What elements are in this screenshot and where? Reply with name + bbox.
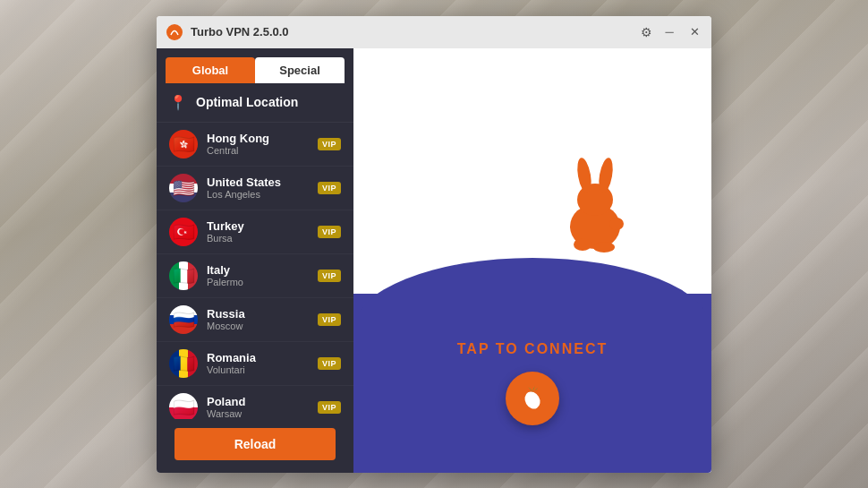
server-city: Central <box>207 145 318 156</box>
server-city: Bursa <box>207 233 318 244</box>
tap-to-connect-text: TAP TO CONNECT <box>457 341 608 357</box>
server-list-item[interactable]: 🇹🇷 Turkey Bursa VIP <box>157 210 353 254</box>
server-country: Italy <box>207 263 318 277</box>
svg-point-5 <box>609 218 624 230</box>
server-country: Poland <box>207 395 318 408</box>
tab-special[interactable]: Special <box>255 57 345 83</box>
vip-badge: VIP <box>318 182 341 194</box>
server-info: Poland Warsaw <box>207 395 318 419</box>
sidebar: Global Special 📍 Optimal Location 🇭🇰 Hon… <box>157 48 353 473</box>
server-country: Russia <box>207 307 318 321</box>
server-city: Warsaw <box>207 408 318 419</box>
server-info: Romania Voluntari <box>207 351 318 375</box>
server-city: Moscow <box>207 321 318 331</box>
tab-global[interactable]: Global <box>166 57 255 83</box>
flag-icon: 🇵🇱 <box>169 393 198 419</box>
title-bar: Turbo VPN 2.5.0.0 ⚙ ─ ✕ <box>157 16 711 48</box>
optimal-location-item[interactable]: 📍 Optimal Location <box>157 83 353 123</box>
window-title: Turbo VPN 2.5.0.0 <box>191 25 641 39</box>
main-content: Global Special 📍 Optimal Location 🇭🇰 Hon… <box>157 48 711 473</box>
flag-icon: 🇷🇴 <box>169 349 198 378</box>
vip-badge: VIP <box>318 357 341 370</box>
flag-icon: 🇷🇺 <box>169 305 198 334</box>
right-panel: TAP TO CONNECT <box>353 48 711 473</box>
app-logo <box>166 23 183 41</box>
server-info: Turkey Bursa <box>207 219 318 244</box>
vip-badge: VIP <box>318 401 341 414</box>
vip-badge: VIP <box>318 270 341 282</box>
server-info: Russia Moscow <box>207 307 318 331</box>
location-pin-icon: 📍 <box>169 94 187 111</box>
flag-icon: 🇮🇹 <box>169 261 198 290</box>
server-list-item[interactable]: 🇷🇺 Russia Moscow VIP <box>157 298 353 342</box>
server-city: Voluntari <box>207 364 318 375</box>
app-window: Turbo VPN 2.5.0.0 ⚙ ─ ✕ Global Special 📍… <box>157 16 711 473</box>
server-list-item[interactable]: 🇭🇰 Hong Kong Central VIP <box>157 123 353 167</box>
carrot-icon <box>519 385 546 412</box>
server-country: Turkey <box>207 219 318 233</box>
right-bottom-panel: TAP TO CONNECT <box>353 294 711 473</box>
server-country: United States <box>207 176 318 189</box>
server-list: 🇭🇰 Hong Kong Central VIP 🇺🇸 United State… <box>157 123 353 419</box>
server-list-item[interactable]: 🇮🇹 Italy Palermo VIP <box>157 254 353 298</box>
server-info: Italy Palermo <box>207 263 318 287</box>
vip-badge: VIP <box>318 226 341 238</box>
minimize-button[interactable]: ─ <box>661 24 677 40</box>
tabs-container: Global Special <box>157 48 353 83</box>
server-info: Hong Kong Central <box>207 132 318 156</box>
svg-point-6 <box>574 238 591 251</box>
server-list-item[interactable]: 🇷🇴 Romania Voluntari VIP <box>157 342 353 386</box>
close-button[interactable]: ✕ <box>686 24 702 40</box>
server-country: Romania <box>207 351 318 364</box>
connect-button[interactable] <box>506 372 559 425</box>
server-list-item[interactable]: 🇵🇱 Poland Warsaw VIP <box>157 386 353 419</box>
server-city: Palermo <box>207 277 318 287</box>
flag-icon: 🇭🇰 <box>169 130 198 158</box>
settings-icon[interactable]: ⚙ <box>641 25 652 39</box>
rabbit-illustration <box>550 141 640 258</box>
svg-point-8 <box>522 389 543 411</box>
vip-badge: VIP <box>318 313 341 326</box>
reload-button[interactable]: Reload <box>174 428 336 460</box>
server-list-item[interactable]: 🇺🇸 United States Los Angeles VIP <box>157 167 353 210</box>
vip-badge: VIP <box>318 138 341 150</box>
optimal-location-label: Optimal Location <box>196 95 298 109</box>
flag-icon: 🇺🇸 <box>169 174 198 202</box>
right-top-panel <box>353 48 711 294</box>
server-city: Los Angeles <box>207 189 318 200</box>
server-info: United States Los Angeles <box>207 176 318 200</box>
window-controls: ⚙ ─ ✕ <box>641 24 702 40</box>
flag-icon: 🇹🇷 <box>169 218 198 246</box>
server-country: Hong Kong <box>207 132 318 145</box>
svg-point-7 <box>593 242 615 253</box>
svg-point-0 <box>166 24 183 40</box>
